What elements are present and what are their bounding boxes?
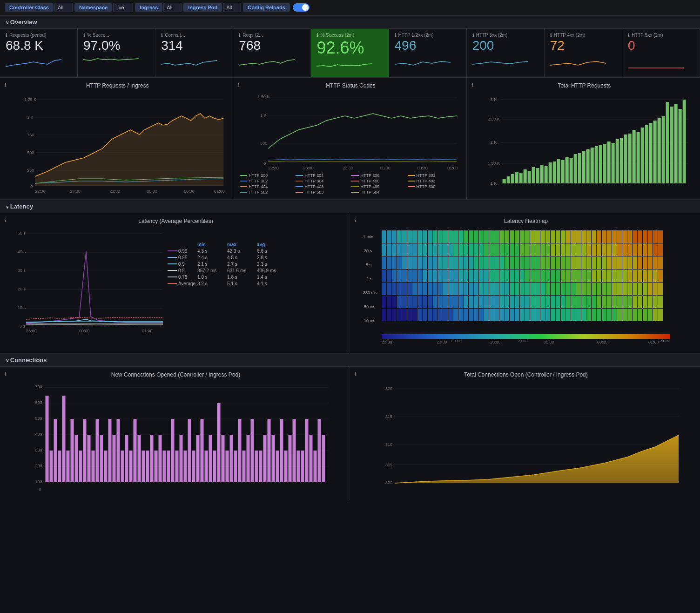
svg-rect-175 [438, 243, 443, 256]
svg-rect-126 [469, 230, 473, 243]
svg-rect-561 [217, 403, 221, 482]
latency-legend-table: minmaxavg 0.994.3 s42.3 s6.6 s 0.952.4 s… [168, 242, 285, 335]
toggle-switch[interactable] [293, 3, 310, 12]
overview-section-header[interactable]: Overview [0, 15, 700, 29]
svg-rect-266 [622, 256, 627, 269]
connections-section-header[interactable]: Connections [0, 353, 700, 367]
svg-rect-205 [592, 243, 596, 256]
svg-rect-564 [230, 435, 233, 482]
ingress-pod-label: Ingress Pod [183, 3, 222, 12]
svg-rect-61 [578, 153, 581, 183]
svg-rect-177 [448, 243, 453, 256]
svg-text:23:00: 23:00 [70, 189, 81, 193]
controller-class-select[interactable]: All [54, 3, 73, 12]
svg-rect-336 [417, 283, 422, 295]
svg-rect-68 [607, 141, 610, 183]
svg-rect-570 [255, 451, 258, 482]
ingress-pod-filter[interactable]: Ingress Pod All [183, 3, 241, 12]
svg-rect-320 [617, 269, 622, 282]
svg-rect-322 [627, 269, 632, 282]
svg-rect-110 [387, 230, 391, 243]
total-http-requests-title: Total HTTP Requests [471, 82, 695, 89]
svg-rect-83 [670, 107, 673, 183]
controller-class-filter[interactable]: Controller Class All [5, 3, 73, 12]
svg-rect-154 [612, 230, 617, 243]
svg-rect-347 [474, 283, 478, 295]
svg-text:1,000: 1,000 [451, 339, 460, 343]
svg-rect-415 [540, 296, 545, 308]
svg-rect-157 [627, 230, 632, 243]
svg-rect-232 [448, 256, 453, 269]
svg-rect-150 [592, 230, 596, 243]
svg-rect-524 [62, 396, 66, 482]
svg-rect-331 [392, 283, 397, 295]
namespace-select[interactable]: live [113, 3, 133, 12]
svg-rect-114 [407, 230, 412, 243]
svg-rect-522 [54, 419, 57, 482]
svg-rect-290 [464, 269, 468, 282]
svg-rect-448 [428, 309, 432, 321]
svg-rect-482 [602, 309, 606, 321]
svg-rect-66 [599, 145, 602, 183]
svg-rect-567 [242, 451, 246, 482]
svg-text:23:00: 23:00 [437, 340, 447, 344]
svg-rect-200 [566, 243, 571, 256]
info-icon-success2m: ℹ [316, 33, 318, 38]
svg-rect-356 [520, 283, 525, 295]
stat-success-2m: ℹ % Success (2m) 92.6% [311, 29, 389, 77]
ingress-select[interactable]: All [163, 3, 182, 12]
svg-rect-532 [96, 419, 99, 482]
svg-rect-148 [581, 230, 586, 243]
svg-rect-386 [392, 296, 397, 308]
latency-content: 50 s 40 s 30 s 20 s 10 s 0 s [5, 228, 345, 335]
svg-rect-173 [428, 243, 432, 256]
svg-rect-230 [438, 256, 443, 269]
svg-rect-584 [314, 451, 317, 482]
ingress-pod-select[interactable]: All [223, 3, 241, 12]
svg-rect-63 [586, 149, 589, 183]
svg-rect-241 [494, 256, 499, 269]
svg-rect-74 [632, 130, 635, 183]
svg-text:23:30: 23:30 [109, 189, 120, 193]
svg-rect-579 [293, 419, 296, 482]
svg-rect-422 [576, 296, 581, 308]
svg-rect-492 [653, 309, 658, 321]
svg-rect-417 [551, 296, 555, 308]
svg-rect-48 [523, 169, 526, 183]
svg-rect-529 [83, 419, 87, 482]
svg-rect-477 [576, 309, 581, 321]
stat-success-rate: ℹ % Succe... 97.0% [78, 29, 155, 77]
svg-rect-399 [458, 296, 463, 308]
svg-text:2,000: 2,000 [518, 339, 528, 343]
svg-text:1 s: 1 s [367, 276, 373, 281]
ingress-filter[interactable]: Ingress All [135, 3, 182, 12]
svg-rect-537 [117, 419, 120, 482]
svg-rect-433 [633, 296, 637, 308]
config-reloads-toggle[interactable]: Config Reloads [243, 3, 310, 12]
svg-rect-485 [617, 309, 622, 321]
svg-text:22:30: 22:30 [35, 189, 46, 193]
svg-rect-170 [412, 243, 417, 256]
svg-rect-569 [251, 419, 254, 482]
svg-text:310: 310 [385, 442, 392, 447]
svg-rect-382 [653, 283, 658, 295]
svg-rect-486 [622, 309, 627, 321]
namespace-filter[interactable]: Namespace live [74, 3, 133, 12]
svg-rect-434 [638, 296, 642, 308]
svg-rect-296 [494, 269, 499, 282]
stat-http5xx: ℹ HTTP 5xx (2m) 0 [622, 29, 700, 77]
svg-rect-369 [586, 283, 591, 295]
svg-rect-72 [624, 135, 627, 183]
latency-section-header[interactable]: Latency [0, 200, 700, 213]
svg-rect-279 [407, 269, 412, 282]
svg-rect-59 [569, 158, 572, 183]
http-requests-title: HTTP Requests / Ingress [5, 82, 228, 89]
info-icon-total-requests: ℹ [471, 82, 473, 88]
svg-rect-443 [402, 309, 407, 321]
svg-rect-109 [382, 230, 386, 243]
svg-rect-187 [499, 243, 504, 256]
svg-rect-431 [622, 296, 627, 308]
svg-rect-577 [284, 451, 288, 482]
svg-rect-480 [592, 309, 596, 321]
svg-rect-371 [597, 283, 601, 295]
